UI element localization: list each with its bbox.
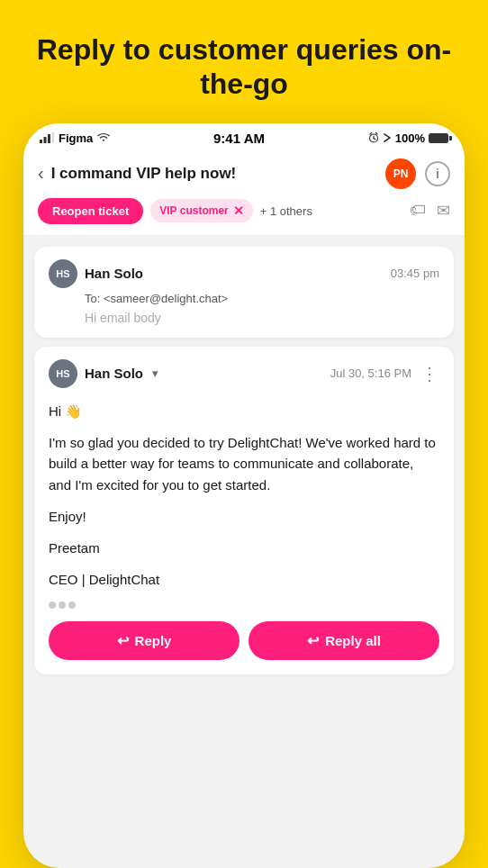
carrier-label: Figma bbox=[59, 131, 93, 145]
content-area: HS Han Solo 03:45 pm To: <sameer@delight… bbox=[23, 236, 465, 685]
sign-name: Preetam bbox=[49, 538, 439, 558]
status-bar: Figma 9:41 AM 100% bbox=[23, 123, 465, 149]
back-button[interactable]: ‹ bbox=[38, 163, 44, 184]
more-options-button[interactable]: ⋮ bbox=[420, 363, 439, 384]
message-body: Hi 👋 I'm so glad you decided to try Deli… bbox=[49, 401, 439, 591]
sender-name-preview: Han Solo bbox=[85, 266, 143, 281]
wifi-icon bbox=[97, 133, 110, 143]
reply-actions: ↩ Reply ↩ Reply all bbox=[49, 621, 439, 660]
battery-label: 100% bbox=[395, 131, 425, 145]
sign-enjoy: Enjoy! bbox=[49, 506, 439, 527]
ticket-header: ‹ I command VIP help now! PN i Reopen ti… bbox=[23, 149, 465, 236]
preview-body: Hi email body bbox=[85, 311, 439, 325]
reply-all-icon: ↩ bbox=[307, 632, 319, 649]
battery-icon bbox=[429, 133, 448, 143]
dot-2 bbox=[59, 601, 66, 609]
body-paragraph: I'm so glad you decided to try DelightCh… bbox=[49, 432, 439, 495]
dot-3 bbox=[68, 601, 76, 609]
avatar-han-solo-preview: HS bbox=[49, 259, 77, 288]
alarm-icon bbox=[368, 132, 379, 143]
full-message-card: HS Han Solo ▾ Jul 30, 5:16 PM ⋮ Hi 👋 I'm… bbox=[34, 347, 454, 674]
vip-label: VIP customer bbox=[159, 204, 228, 217]
sign-title: CEO | DelightChat bbox=[49, 569, 439, 590]
reply-button[interactable]: ↩ Reply bbox=[49, 621, 239, 660]
greeting-line: Hi 👋 bbox=[49, 401, 439, 421]
svg-line-8 bbox=[375, 133, 377, 135]
remove-vip-tag[interactable]: ✕ bbox=[233, 203, 244, 218]
sender-name-full: Han Solo bbox=[85, 366, 143, 381]
expand-icon[interactable]: ▾ bbox=[152, 366, 158, 380]
svg-line-7 bbox=[370, 133, 372, 135]
timestamp-preview: 03:45 pm bbox=[391, 267, 439, 280]
reply-icon: ↩ bbox=[117, 632, 129, 649]
svg-line-6 bbox=[374, 139, 375, 140]
status-right: 100% bbox=[368, 131, 448, 145]
svg-rect-0 bbox=[40, 140, 42, 143]
svg-rect-3 bbox=[52, 132, 55, 143]
timestamp-full: Jul 30, 5:16 PM bbox=[330, 366, 411, 380]
time-display: 9:41 AM bbox=[213, 131, 265, 146]
reply-label: Reply bbox=[135, 633, 172, 648]
phone-mockup: Figma 9:41 AM 100% bbox=[23, 123, 465, 868]
status-left: Figma bbox=[40, 131, 110, 145]
preview-message-card: HS Han Solo 03:45 pm To: <sameer@delight… bbox=[34, 247, 454, 338]
svg-rect-1 bbox=[44, 137, 47, 143]
hero-title: Reply to customer queries on-the-go bbox=[0, 0, 488, 123]
ticket-title: I command VIP help now! bbox=[51, 165, 237, 183]
signal-icon bbox=[40, 132, 54, 143]
to-line: To: <sameer@delight.chat> bbox=[85, 292, 439, 305]
dot-1 bbox=[49, 601, 56, 609]
tag-icon[interactable]: 🏷 bbox=[410, 201, 426, 221]
others-label: + 1 others bbox=[260, 204, 312, 218]
avatar-han-solo-full: HS bbox=[49, 359, 77, 388]
mail-icon[interactable]: ✉ bbox=[437, 201, 450, 221]
reopen-ticket-button[interactable]: Reopen ticket bbox=[38, 198, 143, 224]
reply-all-label: Reply all bbox=[325, 633, 381, 648]
bluetooth-icon bbox=[383, 131, 392, 144]
reply-all-button[interactable]: ↩ Reply all bbox=[249, 621, 439, 660]
vip-tag: VIP customer ✕ bbox=[150, 199, 252, 222]
more-dots bbox=[49, 601, 439, 609]
info-button[interactable]: i bbox=[425, 161, 450, 186]
svg-rect-2 bbox=[48, 134, 50, 143]
avatar-pn: PN bbox=[385, 158, 416, 189]
